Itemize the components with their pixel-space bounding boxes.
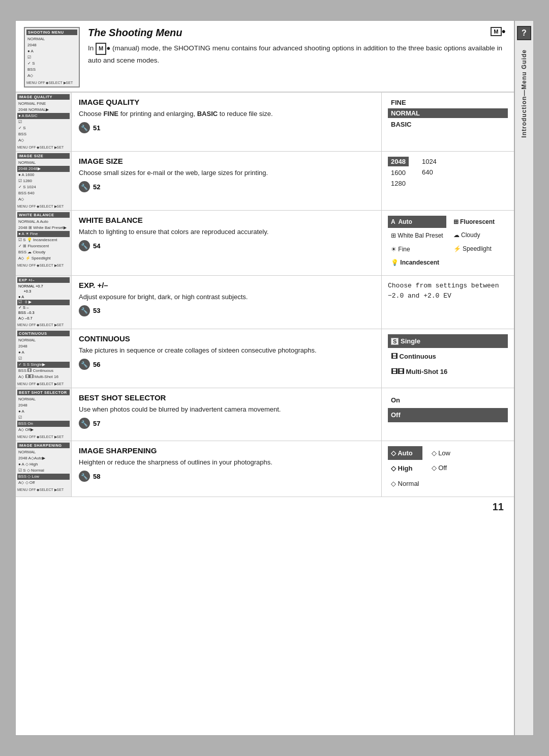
option-basic: BASIC bbox=[388, 120, 508, 129]
option-on: On bbox=[388, 393, 508, 407]
option-1600: 1600 bbox=[388, 168, 409, 178]
section-exp: EXP +/– NORMAL +0.7 +0.3 ● A ☑ 0 ▶ ✓ S –… bbox=[16, 275, 514, 329]
section-thumb-image-sharpening: IMAGE SHARPENING NORMAL 2048 A◇Auto▶ ● A… bbox=[16, 441, 72, 497]
section-options-continuous: S Single 🎞 Continuous 🎞🎞 Multi-Shot 16 bbox=[382, 329, 514, 388]
manual-icon: M bbox=[491, 27, 501, 36]
page-icon-iq: 🔧 bbox=[79, 122, 90, 133]
right-tab-label: Introduction—Menu Guide bbox=[518, 44, 530, 143]
section-continuous: CONTINUOUS NORMAL 2048 ● A ☑ ✓ S S Singl… bbox=[16, 329, 514, 388]
section-title-image-quality: IMAGE QUALITY bbox=[79, 98, 374, 106]
section-title-image-size: IMAGE SIZE bbox=[79, 157, 374, 165]
section-image-quality: IMAGE QUALITY NORMAL FINE 2048 NORMAL▶ ●… bbox=[16, 92, 514, 151]
option-normal-sharp: ◇ Normal bbox=[388, 477, 422, 490]
section-body-image-sharpening: IMAGE SHARPENING Heighten or reduce the … bbox=[72, 441, 382, 497]
section-bss: BEST SHOT SELECTOR NORMAL 2048 ● A ☑ BSS… bbox=[16, 388, 514, 441]
section-thumb-image-quality: IMAGE QUALITY NORMAL FINE 2048 NORMAL▶ ●… bbox=[16, 93, 72, 151]
section-title-continuous: CONTINUOUS bbox=[79, 334, 374, 343]
page-num-exp: 53 bbox=[93, 307, 100, 314]
section-desc-image-quality: Choose FINE for printing and enlarging, … bbox=[79, 109, 374, 119]
exp-options-text: Choose from settings between −2.0 and +2… bbox=[388, 281, 508, 302]
section-pageref-exp: 🔧 53 bbox=[79, 305, 374, 316]
section-pageref-image-size: 🔧 52 bbox=[79, 181, 374, 192]
page-icon-is: 🔧 bbox=[79, 181, 90, 192]
section-body-image-size: IMAGE SIZE Choose small sizes for e-mail… bbox=[72, 152, 382, 210]
option-1024: 1024 bbox=[419, 157, 440, 166]
option-off: Off bbox=[388, 408, 508, 422]
option-fluorescent: ⊞ Fluorescent bbox=[450, 216, 498, 228]
section-body-bss: BEST SHOT SELECTOR Use when photos could… bbox=[72, 388, 382, 441]
section-title-bss: BEST SHOT SELECTOR bbox=[79, 393, 374, 402]
section-thumb-continuous: CONTINUOUS NORMAL 2048 ● A ☑ ✓ S S Singl… bbox=[16, 329, 72, 388]
page-icon-exp: 🔧 bbox=[79, 305, 90, 316]
header-title: The Shooting Menu bbox=[88, 27, 182, 39]
main-content: SHOOTING MENU NORMAL 2048 ● A ☑ ✓ S BSS … bbox=[15, 20, 514, 736]
page-num-sharp: 58 bbox=[93, 473, 100, 480]
section-options-exp: Choose from settings between −2.0 and +2… bbox=[382, 276, 514, 329]
option-cloudy: ☁ Cloudy bbox=[450, 229, 498, 241]
section-options-image-sharpening: ◇ Auto ◇ High ◇ Normal ◇ Low ◇ Off bbox=[382, 441, 514, 497]
thumb-shooting-menu-label: SHOOTING MENU bbox=[26, 30, 77, 35]
section-thumb-image-size: IMAGE SIZE NORMAL 2048 2048▶ ● A 1600 ☑ … bbox=[16, 152, 72, 210]
option-off-sharp: ◇ Off bbox=[429, 461, 453, 475]
section-body-image-quality: IMAGE QUALITY Choose FINE for printing a… bbox=[72, 93, 382, 151]
section-pageref-image-sharpening: 🔧 58 bbox=[79, 471, 374, 482]
question-mark-icon: ? bbox=[517, 26, 531, 40]
page-icon-cont: 🔧 bbox=[79, 359, 90, 370]
section-pageref-continuous: 🔧 56 bbox=[79, 359, 374, 370]
section-title-exp: EXP. +/– bbox=[79, 281, 374, 289]
section-body-continuous: CONTINUOUS Take pictures in sequence or … bbox=[72, 329, 382, 388]
header-body: In M● (manual) mode, the SHOOTING menu c… bbox=[88, 43, 506, 66]
option-fine-wb: ☀ Fine bbox=[388, 243, 446, 255]
option-auto-wb: A Auto bbox=[388, 216, 446, 228]
option-low-sharp: ◇ Low bbox=[429, 446, 453, 460]
section-body-white-balance: WHITE BALANCE Match to lighting to ensur… bbox=[72, 211, 382, 275]
section-desc-continuous: Take pictures in sequence or create coll… bbox=[79, 345, 374, 356]
section-pageref-white-balance: 🔧 54 bbox=[79, 240, 374, 251]
section-thumb-exp: EXP +/– NORMAL +0.7 +0.3 ● A ☑ 0 ▶ ✓ S –… bbox=[16, 276, 72, 329]
page-num-bss: 57 bbox=[93, 420, 100, 427]
page-icon-sharp: 🔧 bbox=[79, 471, 90, 482]
section-thumb-bss: BEST SHOT SELECTOR NORMAL 2048 ● A ☑ BSS… bbox=[16, 388, 72, 441]
option-fine: FINE bbox=[388, 98, 508, 107]
header-mode-icons: M● bbox=[491, 27, 506, 36]
header-text-block: The Shooting Menu M● In M● (manual) mode… bbox=[88, 27, 506, 66]
option-2048: 2048 bbox=[388, 157, 409, 166]
header-row: SHOOTING MENU NORMAL 2048 ● A ☑ ✓ S BSS … bbox=[16, 21, 514, 92]
section-options-image-quality: FINE NORMAL BASIC bbox=[382, 93, 514, 151]
option-normal: NORMAL bbox=[388, 108, 508, 118]
option-incandescent: 💡 Incandescent bbox=[388, 256, 446, 269]
option-auto-sharp: ◇ Auto bbox=[388, 446, 422, 460]
section-white-balance: WHITE BALANCE NORMAL A Auto 2048 ⊞ White… bbox=[16, 210, 514, 275]
inline-manual-icon: M bbox=[96, 43, 106, 55]
page-container: SHOOTING MENU NORMAL 2048 ● A ☑ ✓ S BSS … bbox=[0, 0, 549, 756]
section-desc-bss: Use when photos could be blurred by inad… bbox=[79, 404, 374, 415]
section-options-bss: On Off bbox=[382, 388, 514, 441]
section-image-sharpening: IMAGE SHARPENING NORMAL 2048 A◇Auto▶ ● A… bbox=[16, 441, 514, 497]
option-single: S Single bbox=[388, 334, 508, 348]
thumb-bottom-nav: MENU OFF ◆SELECT ▶SET bbox=[26, 81, 77, 85]
option-1280: 1280 bbox=[388, 179, 409, 188]
option-multishot: 🎞🎞 Multi-Shot 16 bbox=[388, 365, 508, 379]
section-body-exp: EXP. +/– Adjust exposure for bright, dar… bbox=[72, 276, 382, 329]
page-number: 11 bbox=[16, 497, 514, 517]
header-thumb: SHOOTING MENU NORMAL 2048 ● A ☑ ✓ S BSS … bbox=[24, 27, 80, 88]
option-white-bal-preset: ⊞ White Bal Preset bbox=[388, 229, 446, 242]
section-image-size: IMAGE SIZE NORMAL 2048 2048▶ ● A 1600 ☑ … bbox=[16, 151, 514, 210]
right-tab: ? Introduction—Menu Guide bbox=[514, 20, 534, 736]
page-num-is: 52 bbox=[93, 183, 100, 191]
option-speedlight: ⚡ Speedlight bbox=[450, 243, 498, 255]
section-desc-exp: Adjust exposure for bright, dark, or hig… bbox=[79, 292, 374, 302]
section-options-image-size: 2048 1600 1280 1024 640 bbox=[382, 152, 514, 210]
section-thumb-white-balance: WHITE BALANCE NORMAL A Auto 2048 ⊞ White… bbox=[16, 211, 72, 275]
page-icon-wb: 🔧 bbox=[79, 240, 90, 251]
section-pageref-bss: 🔧 57 bbox=[79, 418, 374, 429]
page-icon-bss: 🔧 bbox=[79, 418, 90, 429]
page-num-wb: 54 bbox=[93, 242, 100, 250]
option-high-sharp: ◇ High bbox=[388, 461, 422, 475]
page-num-iq: 51 bbox=[93, 124, 100, 132]
section-title-image-sharpening: IMAGE SHARPENING bbox=[79, 446, 374, 455]
section-desc-image-sharpening: Heighten or reduce the sharpness of outl… bbox=[79, 457, 374, 468]
section-options-white-balance: A Auto ⊞ White Bal Preset ☀ Fine 💡 Incan… bbox=[382, 211, 514, 275]
page-num-cont: 56 bbox=[93, 361, 100, 368]
section-desc-white-balance: Match to lighting to ensure that colors … bbox=[79, 227, 374, 237]
